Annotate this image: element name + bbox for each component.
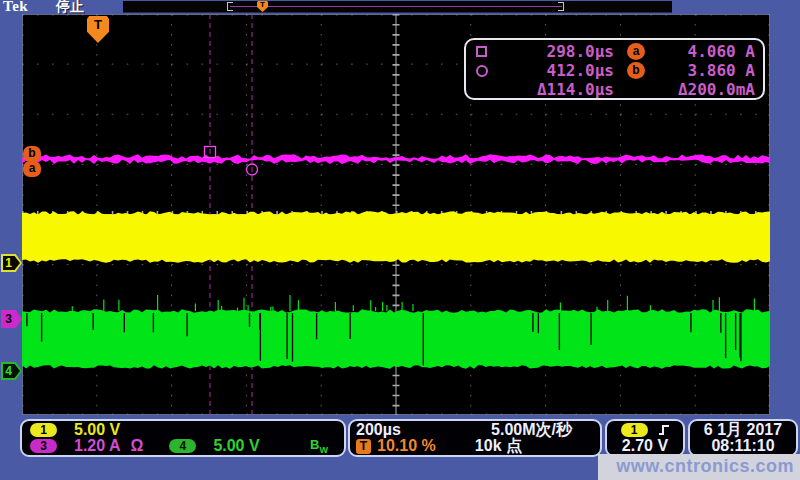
cursor2-row: 412.0µs b 3.860 A	[476, 61, 755, 80]
channel1-marker-label: 1	[1, 255, 16, 271]
record-view-window-line	[230, 6, 562, 7]
trigger-source-badge: 1	[621, 423, 648, 437]
channel4-badge: 4	[169, 439, 196, 453]
cursor-delta-value: Δ200.0mA	[658, 80, 755, 99]
cursor-b-source-badge: b	[627, 62, 645, 79]
tek-logo: Tek	[3, 0, 28, 15]
bandwidth-limit-icon: BW	[310, 437, 328, 455]
cursor1-time: 298.0µs	[502, 42, 614, 61]
channel3-channel4-readout-row: 3 1.20 A Ω 4 5.00 V BW	[26, 438, 340, 454]
channel3-badge: 3	[30, 439, 57, 453]
channel3-coupling-ohm: Ω	[131, 437, 144, 455]
channel1-position-marker: 1	[1, 254, 22, 272]
channel4-position-marker: 4	[1, 362, 22, 380]
record-length-value: 10k 点	[475, 436, 522, 457]
record-view-left-bracket	[227, 2, 233, 11]
square-cursor-icon	[476, 46, 487, 57]
cursor-delta-row: Δ114.0µs Δ200.0mA	[476, 80, 755, 99]
trigger-source-row: 1	[611, 422, 679, 438]
channel3-position-marker: 3	[1, 310, 22, 328]
circle-cursor-icon	[476, 65, 488, 77]
date-row: 6 1月 2017	[692, 422, 794, 438]
channel4-scale: 5.00 V	[213, 437, 259, 455]
channel3-scale: 1.20 A	[74, 437, 121, 455]
cursor-readout-box: 298.0µs a 4.060 A 412.0µs b 3.860 A Δ114…	[464, 38, 765, 100]
watermark: www.cntronics.com	[598, 454, 800, 480]
trigger-readout-box: 1 2.70 V	[605, 419, 685, 457]
cursor1-value: 4.060 A	[658, 42, 755, 61]
channel4-marker-label: 4	[1, 363, 16, 379]
cursor-a-badge: a	[23, 161, 41, 177]
time-value: 08:11:10	[711, 437, 774, 455]
top-status-bar: Tek 停止 T	[0, 0, 800, 14]
channel1-readout-row: 1 5.00 V	[26, 422, 340, 438]
channel3-marker-label: 3	[1, 311, 16, 327]
cursor-a-source-badge: a	[627, 43, 645, 60]
cursor1-row: 298.0µs a 4.060 A	[476, 42, 755, 61]
datetime-box: 6 1月 2017 08:11:10	[688, 419, 798, 457]
record-view-right-bracket	[558, 2, 564, 11]
trigger-position-value: 10.10 %	[377, 437, 436, 455]
record-view-bar: T	[123, 1, 672, 13]
rising-edge-icon	[658, 423, 670, 437]
cursor-b-badge: b	[23, 146, 41, 162]
trigger-level-value: 2.70 V	[622, 437, 668, 455]
trigger-t-badge: T	[356, 439, 371, 454]
cursor-delta-time: Δ114.0µs	[502, 80, 614, 99]
horizontal-readout-box: 200µs 5.00M次/秒 T 10.10 % 10k 点	[348, 419, 602, 457]
cursor2-time: 412.0µs	[502, 61, 614, 80]
cursor2-value: 3.860 A	[658, 61, 755, 80]
channel1-badge: 1	[30, 423, 57, 437]
trigger-level-row: 2.70 V	[611, 438, 679, 454]
record-trigger-marker-icon: T	[257, 1, 268, 12]
channel-readout-box: 1 5.00 V 3 1.20 A Ω 4 5.00 V BW	[20, 419, 346, 457]
